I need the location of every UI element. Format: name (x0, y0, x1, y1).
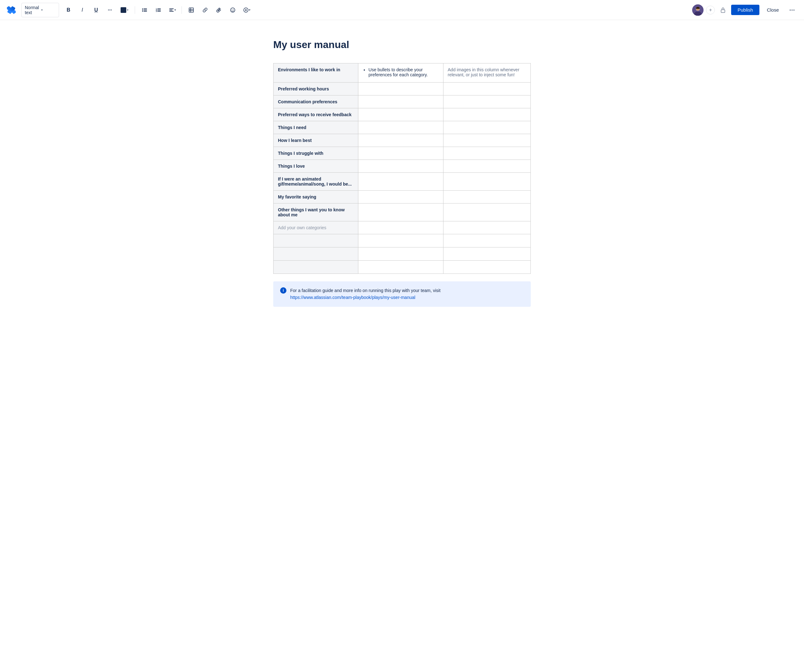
more-formatting-button[interactable]: ··· (104, 4, 116, 16)
align-button[interactable]: ▾ (167, 4, 178, 16)
table-cell-category[interactable]: Things I struggle with (273, 147, 358, 160)
svg-rect-14 (169, 11, 174, 11)
table-cell-category[interactable]: Things I love (273, 160, 358, 173)
bullet-list-button[interactable] (139, 4, 150, 16)
add-collaborator-button[interactable]: + (706, 6, 715, 15)
table-cell-bullets[interactable] (358, 221, 443, 234)
table-cell-bullets[interactable] (358, 95, 443, 108)
svg-rect-11 (157, 11, 161, 11)
table-row (273, 247, 531, 261)
page-title[interactable]: My user manual (273, 39, 531, 51)
insert-button[interactable]: ▾ (241, 4, 252, 16)
table-cell-category[interactable] (273, 247, 358, 261)
table-cell-category[interactable]: My favorite saying (273, 191, 358, 203)
svg-point-32 (792, 10, 793, 10)
text-style-selector[interactable]: Normal text ▾ (21, 3, 59, 17)
table-cell-image[interactable] (443, 95, 531, 108)
attachment-button[interactable] (213, 4, 225, 16)
table-cell-image[interactable] (443, 134, 531, 147)
table-cell-bullets[interactable] (358, 83, 443, 95)
svg-rect-1 (144, 8, 147, 9)
lock-icon[interactable] (717, 4, 729, 16)
table-row: Add your own categories (273, 221, 531, 234)
table-cell-bullets[interactable] (358, 234, 443, 247)
svg-point-31 (790, 10, 791, 10)
user-manual-table: Environments I like to work in Use bulle… (273, 63, 531, 274)
table-cell-image[interactable] (443, 261, 531, 274)
table-cell-image[interactable] (443, 83, 531, 95)
more-options-button[interactable] (786, 4, 798, 16)
table-row: Preferred ways to receive feedback (273, 108, 531, 121)
table-cell-category[interactable]: Preferred ways to receive feedback (273, 108, 358, 121)
svg-text:3.: 3. (156, 10, 157, 12)
table-button[interactable] (186, 4, 197, 16)
table-row: If I were an animated gif/meme/animal/so… (273, 173, 531, 191)
table-cell-image[interactable] (443, 121, 531, 134)
close-button[interactable]: Close (762, 5, 784, 15)
table-cell-bullets[interactable] (358, 134, 443, 147)
table-cell-category[interactable]: Environments I like to work in (273, 64, 358, 83)
table-cell-category[interactable]: Preferred working hours (273, 83, 358, 95)
table-cell-category[interactable]: Other things I want you to know about me (273, 203, 358, 221)
table-row: Environments I like to work in Use bulle… (273, 64, 531, 83)
text-color-button[interactable]: ▾ (118, 5, 131, 15)
table-cell-image[interactable] (443, 147, 531, 160)
table-row: Communication preferences (273, 95, 531, 108)
svg-rect-7 (157, 8, 161, 9)
table-cell-image[interactable] (443, 234, 531, 247)
table-cell-category[interactable]: Communication preferences (273, 95, 358, 108)
numbered-list-button[interactable]: 1.2.3. (153, 4, 164, 16)
table-cell-category[interactable] (273, 261, 358, 274)
table-cell-bullets[interactable] (358, 147, 443, 160)
table-cell-bullets[interactable] (358, 108, 443, 121)
info-box-message: For a facilitation guide and more info o… (290, 288, 441, 293)
table-cell-bullets[interactable] (358, 247, 443, 261)
table-cell-bullets[interactable]: Use bullets to describe your preferences… (358, 64, 443, 83)
chevron-down-icon: ▾ (41, 8, 56, 11)
table-cell-image[interactable] (443, 203, 531, 221)
table-cell-bullets[interactable] (358, 173, 443, 191)
table-cell-image[interactable] (443, 108, 531, 121)
svg-point-33 (794, 10, 794, 10)
table-cell-category-placeholder[interactable]: Add your own categories (273, 221, 358, 234)
toolbar: Normal text ▾ B I U ··· ▾ 1.2.3. ▾ (0, 0, 804, 20)
table-cell-image[interactable] (443, 247, 531, 261)
table-cell-bullets[interactable] (358, 121, 443, 134)
table-cell-category[interactable]: How I learn best (273, 134, 358, 147)
publish-button[interactable]: Publish (731, 5, 759, 15)
info-box-text: For a facilitation guide and more info o… (290, 287, 441, 301)
underline-button[interactable]: U (90, 4, 102, 16)
table-row (273, 234, 531, 247)
bold-button[interactable]: B (63, 4, 74, 16)
info-box-link[interactable]: https://www.atlassian.com/team-playbook/… (290, 295, 415, 300)
table-cell-image[interactable] (443, 173, 531, 191)
text-style-label: Normal text (25, 5, 39, 15)
table-row: Things I love (273, 160, 531, 173)
italic-button[interactable]: I (77, 4, 88, 16)
svg-point-2 (142, 10, 143, 10)
svg-point-19 (230, 8, 235, 12)
table-cell-image[interactable] (443, 191, 531, 203)
table-cell-image[interactable] (443, 160, 531, 173)
table-row: My favorite saying (273, 191, 531, 203)
confluence-logo[interactable] (6, 5, 16, 15)
svg-rect-9 (157, 10, 161, 10)
link-button[interactable] (199, 4, 211, 16)
table-cell-bullets[interactable] (358, 191, 443, 203)
table-cell-bullets[interactable] (358, 203, 443, 221)
svg-rect-13 (169, 10, 172, 10)
info-icon: i (280, 287, 286, 294)
table-cell-bullets[interactable] (358, 261, 443, 274)
avatar[interactable] (692, 4, 704, 16)
toolbar-right: + Publish Close (692, 4, 798, 16)
table-row: Other things I want you to know about me (273, 203, 531, 221)
svg-point-4 (142, 11, 143, 11)
table-cell-category[interactable]: Things I need (273, 121, 358, 134)
emoji-button[interactable] (227, 4, 239, 16)
table-cell-category[interactable]: If I were an animated gif/meme/animal/so… (273, 173, 358, 191)
table-cell-bullets[interactable] (358, 160, 443, 173)
table-cell-category[interactable] (273, 234, 358, 247)
table-cell-image[interactable]: Add images in this column whenever relev… (443, 64, 531, 83)
table-row: Things I struggle with (273, 147, 531, 160)
table-cell-image[interactable] (443, 221, 531, 234)
